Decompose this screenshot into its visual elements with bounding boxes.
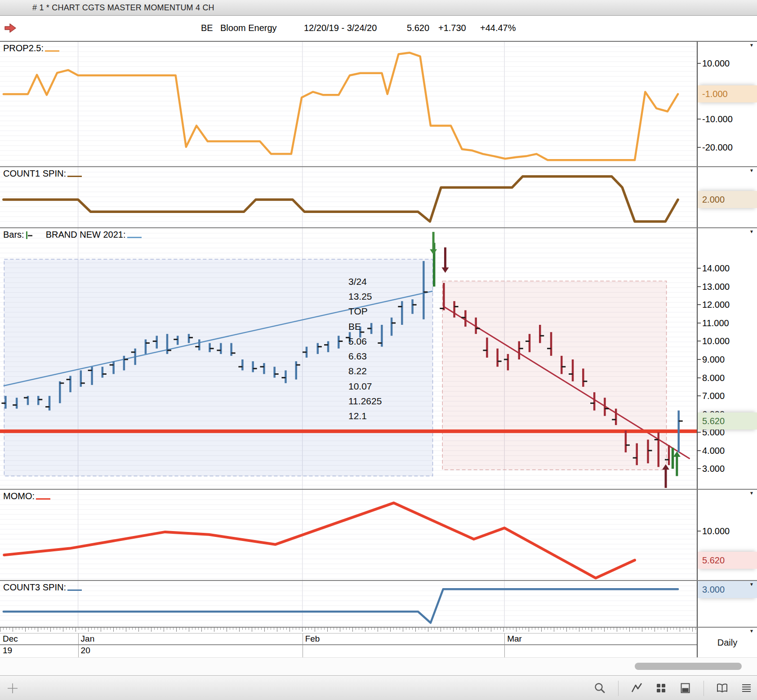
panel-price-bars: Bars:BRAND NEW 2021: 3/2413.25TOPBE5.066… xyxy=(0,228,757,490)
prop25-axis: ▼10.000-10.000-20.000-1.000 xyxy=(697,42,757,166)
last-price: 5.620 xyxy=(407,23,429,33)
axis-value-badge: 3.000 xyxy=(698,581,757,598)
axis-label: 9.000 xyxy=(698,354,757,365)
main-price-plot[interactable]: Bars:BRAND NEW 2021: 3/2413.25TOPBE5.066… xyxy=(0,228,697,489)
axis-label: 13.000 xyxy=(698,281,757,292)
horizontal-scroll-area xyxy=(0,657,757,675)
svg-text:BE: BE xyxy=(348,321,361,332)
magnifier-icon[interactable] xyxy=(594,682,606,694)
menu-lines-icon[interactable] xyxy=(740,682,753,694)
horizontal-scrollbar-thumb[interactable] xyxy=(635,663,742,670)
month-label: Jan xyxy=(81,634,95,644)
orange-line-swatch xyxy=(45,50,59,52)
red-right-arrow-icon[interactable] xyxy=(4,22,17,35)
axis-label: 8.000 xyxy=(698,372,757,384)
svg-text:5.06: 5.06 xyxy=(348,336,367,346)
panel-dropdown-triangle-icon[interactable]: ▼ xyxy=(749,43,754,48)
month-label: Dec xyxy=(3,634,18,644)
svg-text:12.1: 12.1 xyxy=(348,411,367,421)
svg-text:TOP: TOP xyxy=(348,306,368,316)
panel-dropdown-triangle-icon[interactable]: ▼ xyxy=(749,491,754,496)
ticker-symbol: BE xyxy=(201,23,213,33)
window-title: # 1 * CHART CGTS MASTER MOMENTUM 4 CH xyxy=(32,3,214,13)
prop25-plot[interactable]: PROP2.5: xyxy=(0,42,697,166)
price-axis: ▼14.00013.00012.00011.00010.0009.0008.00… xyxy=(697,228,757,489)
count3-axis: ▼3.000 xyxy=(697,581,757,627)
count1-plot[interactable]: COUNT1 SPIN: xyxy=(0,167,697,227)
axis-label: 10.000 xyxy=(698,58,757,69)
axis-label: 4.000 xyxy=(698,445,757,456)
count3-canvas[interactable] xyxy=(0,581,697,627)
bars-title: Bars:BRAND NEW 2021: xyxy=(3,230,142,240)
axis-value-badge: 2.000 xyxy=(698,191,757,208)
company-name: Bloom Energy xyxy=(220,23,277,33)
price-change: +1.730 xyxy=(438,23,466,33)
prop25-title: PROP2.5: xyxy=(3,43,59,53)
axis-value-badge: -1.000 xyxy=(698,85,757,102)
count1-axis: ▼2.000 xyxy=(697,167,757,227)
panel-count3: COUNT3 SPIN: ▼3.000 xyxy=(0,581,757,628)
count3-plot[interactable]: COUNT3 SPIN: xyxy=(0,581,697,627)
svg-text:8.22: 8.22 xyxy=(348,366,367,376)
line-chart-icon[interactable] xyxy=(631,682,643,694)
x-axis-area: DecJanFebMar 1920 Daily ▼ xyxy=(0,628,757,657)
svg-text:11.2625: 11.2625 xyxy=(348,396,382,406)
month-label: Mar xyxy=(507,634,522,644)
red-line-swatch xyxy=(36,498,50,500)
month-separator xyxy=(303,645,303,657)
svg-text:10.07: 10.07 xyxy=(348,381,372,391)
brown-line-swatch xyxy=(67,176,82,177)
count1-title: COUNT1 SPIN: xyxy=(3,168,82,179)
panel-count1: COUNT1 SPIN: ▼2.000 xyxy=(0,167,757,228)
month-separator xyxy=(504,634,505,644)
axis-label: 12.000 xyxy=(698,299,757,310)
axis-label: 10.000 xyxy=(698,525,757,537)
axis-value-badge: 5.620 xyxy=(698,552,757,569)
month-labels-row: DecJanFebMar xyxy=(0,634,697,645)
axis-label: 7.000 xyxy=(698,390,757,402)
panel-momo: MOMO: ▼10.0005.620 xyxy=(0,490,757,581)
toolbar-separator xyxy=(704,681,704,696)
month-separator xyxy=(78,634,79,644)
percent-change: +44.47% xyxy=(480,23,516,33)
steel-line-swatch xyxy=(67,589,82,591)
split-view-icon[interactable] xyxy=(679,682,691,694)
date-tick-ruler xyxy=(0,628,697,634)
bar-style-swatch xyxy=(26,231,27,239)
momo-canvas[interactable] xyxy=(0,490,697,580)
panel-prop25: PROP2.5: ▼10.000-10.000-20.000-1.000 xyxy=(0,42,757,167)
period-dropdown-triangle-icon[interactable]: ▼ xyxy=(749,629,754,634)
month-separator xyxy=(303,634,303,644)
period-selector[interactable]: Daily ▼ xyxy=(697,628,757,657)
momo-plot[interactable]: MOMO: xyxy=(0,490,697,580)
count1-canvas[interactable] xyxy=(0,167,697,227)
month-label: Feb xyxy=(305,634,320,644)
bar-tick-swatch xyxy=(28,235,32,236)
prop25-canvas[interactable] xyxy=(0,42,697,166)
panel-dropdown-triangle-icon[interactable]: ▼ xyxy=(749,582,754,587)
axis-value-badge: 5.620 xyxy=(698,412,757,430)
chart-window: # 1 * CHART CGTS MASTER MOMENTUM 4 CH BE… xyxy=(0,0,757,700)
toolbar-separator xyxy=(618,681,619,696)
month-separator xyxy=(78,645,79,657)
book-icon[interactable] xyxy=(716,682,728,694)
svg-text:13.25: 13.25 xyxy=(348,291,372,301)
year-labels-row: 1920 xyxy=(0,645,697,657)
blue-line-swatch xyxy=(127,237,142,238)
axis-label: 11.000 xyxy=(698,317,757,329)
panel-dropdown-triangle-icon[interactable]: ▼ xyxy=(749,229,754,234)
panel-dropdown-triangle-icon[interactable]: ▼ xyxy=(749,168,754,173)
count3-title: COUNT3 SPIN: xyxy=(3,582,82,593)
axis-label: 10.000 xyxy=(698,335,757,347)
date-range: 12/20/19 - 3/24/20 xyxy=(304,23,377,33)
axis-label: -10.000 xyxy=(698,113,757,125)
svg-text:6.63: 6.63 xyxy=(348,351,367,361)
axis-label: 3.000 xyxy=(698,463,757,474)
grid-view-icon[interactable] xyxy=(655,682,667,694)
crosshair-plus-icon[interactable] xyxy=(6,682,19,695)
svg-text:3/24: 3/24 xyxy=(348,276,367,287)
year-label: 19 xyxy=(3,646,12,656)
bars-canvas[interactable]: 3/2413.25TOPBE5.066.638.2210.0711.262512… xyxy=(0,228,697,489)
axis-label: -20.000 xyxy=(698,142,757,153)
month-separator xyxy=(504,645,505,657)
